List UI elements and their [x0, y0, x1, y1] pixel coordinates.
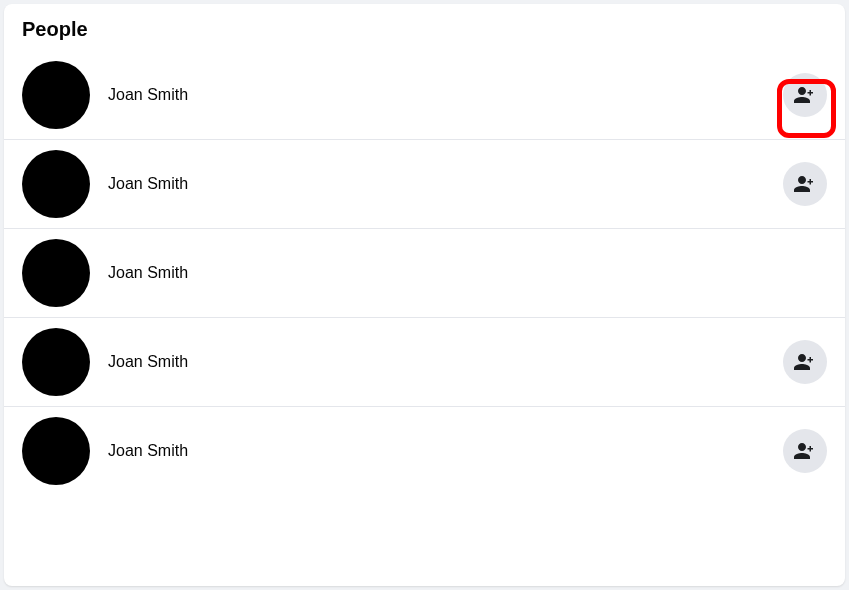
add-friend-button[interactable]	[783, 162, 827, 206]
add-friend-icon	[793, 172, 817, 196]
avatar[interactable]	[22, 328, 90, 396]
add-friend-button[interactable]	[783, 73, 827, 117]
people-list: Joan Smith Joan Smith Joan SmithJoan Smi…	[4, 51, 845, 495]
add-friend-icon	[793, 439, 817, 463]
person-row[interactable]: Joan Smith	[4, 140, 845, 229]
avatar[interactable]	[22, 239, 90, 307]
avatar[interactable]	[22, 417, 90, 485]
person-row[interactable]: Joan Smith	[4, 229, 845, 318]
person-row[interactable]: Joan Smith	[4, 407, 845, 495]
person-name[interactable]: Joan Smith	[108, 175, 783, 193]
add-friend-button[interactable]	[783, 340, 827, 384]
people-card: People Joan Smith Joan Smith Joan SmithJ…	[4, 4, 845, 586]
person-name[interactable]: Joan Smith	[108, 86, 783, 104]
avatar[interactable]	[22, 61, 90, 129]
add-friend-button[interactable]	[783, 429, 827, 473]
add-friend-icon	[793, 350, 817, 374]
person-name[interactable]: Joan Smith	[108, 353, 783, 371]
person-row[interactable]: Joan Smith	[4, 51, 845, 140]
person-row[interactable]: Joan Smith	[4, 318, 845, 407]
person-name[interactable]: Joan Smith	[108, 442, 783, 460]
add-friend-icon	[793, 83, 817, 107]
person-name[interactable]: Joan Smith	[108, 264, 827, 282]
section-title: People	[4, 4, 845, 51]
avatar[interactable]	[22, 150, 90, 218]
